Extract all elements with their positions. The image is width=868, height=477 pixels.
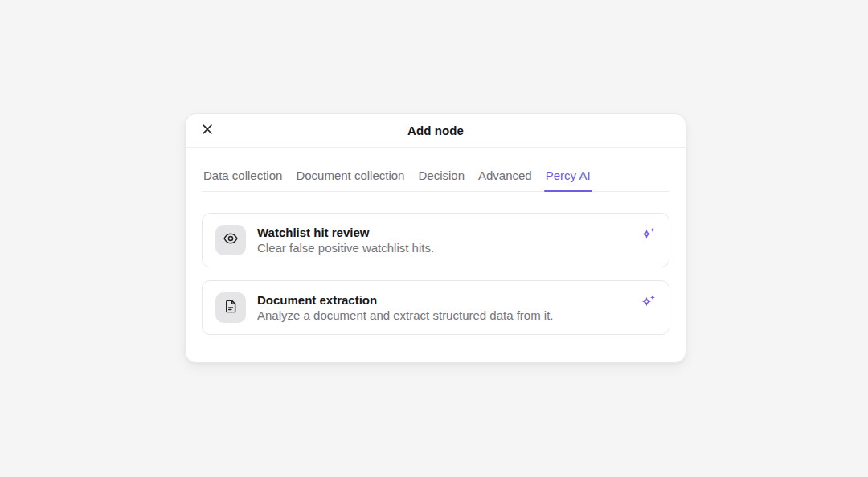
close-button[interactable] — [195, 119, 219, 143]
node-option-text: Watchlist hit review Clear false positiv… — [257, 226, 434, 255]
modal-title: Add node — [407, 124, 464, 137]
node-option-description: Analyze a document and extract structure… — [257, 308, 554, 322]
page-background: { "window": { "background": "#f5f5f5" },… — [0, 0, 868, 477]
tab-data-collection[interactable]: Data collection — [202, 169, 284, 191]
modal-header: Add node — [186, 114, 686, 148]
tab-bar: Data collection Document collection Deci… — [202, 169, 669, 192]
tab-percy-ai[interactable]: Percy AI — [544, 169, 592, 191]
node-option-text: Document extraction Analyze a document a… — [257, 293, 554, 322]
tab-decision[interactable]: Decision — [416, 169, 466, 191]
icon-tile — [215, 225, 246, 255]
node-option-title: Document extraction — [257, 293, 554, 307]
tab-advanced[interactable]: Advanced — [477, 169, 534, 191]
node-option-title: Watchlist hit review — [257, 226, 434, 239]
icon-tile — [215, 292, 246, 323]
document-icon — [223, 299, 239, 317]
node-option-description: Clear false positive watchlist hits. — [257, 241, 434, 255]
close-icon — [201, 123, 214, 138]
eye-icon — [223, 230, 239, 250]
ai-sparkle-icon — [639, 294, 657, 310]
node-option-list: Watchlist hit review Clear false positiv… — [202, 213, 669, 335]
ai-sparkle-icon — [639, 226, 657, 243]
add-node-modal: Add node Data collection Document collec… — [185, 113, 686, 363]
node-option-watchlist-hit-review[interactable]: Watchlist hit review Clear false positiv… — [202, 213, 669, 267]
node-option-document-extraction[interactable]: Document extraction Analyze a document a… — [202, 280, 669, 335]
modal-content: Data collection Document collection Deci… — [186, 148, 686, 361]
tab-document-collection[interactable]: Document collection — [294, 169, 406, 191]
